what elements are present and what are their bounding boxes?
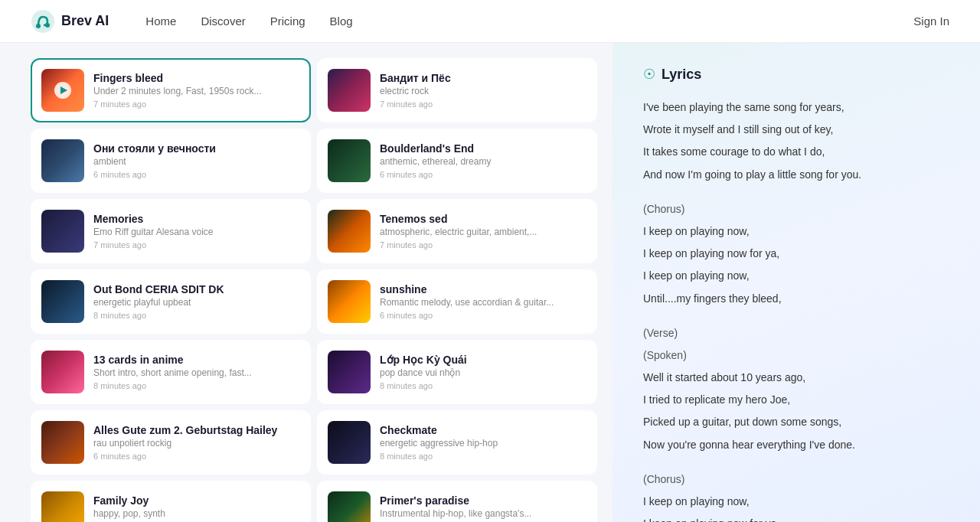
song-info: Fingers bleed Under 2 minutes long, Fast… [93, 72, 300, 109]
song-info: Family Joy happy, pop, synth 7 minutes a… [93, 494, 300, 522]
song-info: Они стояли у вечности ambient 6 minutes … [93, 142, 300, 179]
logo-text: Brev AI [61, 13, 109, 29]
song-thumb [328, 351, 371, 393]
song-desc: pop dance vui nhộn [380, 367, 586, 378]
lyrics-icon: ☉ [643, 66, 655, 83]
song-title: Out Bond CERIA SDIT DK [93, 283, 300, 295]
song-title: Lớp Học Kỳ Quái [380, 354, 586, 366]
song-desc: Emo Riff guitar Alesana voice [93, 227, 300, 237]
signin-button[interactable]: Sign In [913, 15, 949, 28]
song-thumb [41, 210, 84, 253]
song-info: sunshine Romantic melody, use accordian … [380, 283, 586, 320]
lyrics-line: And now I'm going to play a little song … [643, 165, 949, 184]
song-time: 7 minutes ago [380, 240, 586, 250]
song-desc: anthemic, ethereal, dreamy [380, 156, 586, 167]
song-info: Boulderland's End anthemic, ethereal, dr… [380, 142, 586, 179]
navbar: Brev AI Home Discover Pricing Blog Sign … [0, 0, 980, 43]
play-overlay [54, 82, 71, 99]
song-thumb [41, 280, 84, 323]
song-title: 13 cards in anime [93, 354, 300, 366]
song-desc: rau unpoliert rockig [93, 438, 300, 449]
song-title: Boulderland's End [380, 142, 586, 155]
lyrics-line: Wrote it myself and I still sing out of … [643, 120, 949, 139]
lyrics-line: I keep on playing now, [643, 492, 949, 511]
song-desc: energetic playful upbeat [93, 297, 300, 308]
nav-pricing[interactable]: Pricing [270, 15, 305, 28]
song-info: Бандит и Пёс electric rock 7 minutes ago [380, 72, 586, 109]
song-card-checkmate[interactable]: Checkmate energetic aggressive hip-hop 8… [317, 410, 597, 475]
song-card-cards[interactable]: 13 cards in anime Short intro, short ani… [31, 340, 311, 404]
lyrics-label: (Chorus) [643, 470, 949, 489]
song-time: 7 minutes ago [93, 240, 300, 250]
lyrics-line: I keep on playing now, [643, 222, 949, 241]
song-time: 6 minutes ago [380, 311, 586, 320]
main-content: Fingers bleed Under 2 minutes long, Fast… [0, 43, 980, 522]
song-title: Alles Gute zum 2. Geburtstag Hailey [93, 424, 300, 436]
play-icon [60, 86, 67, 94]
song-thumb [328, 491, 371, 522]
song-card-fingers-bleed[interactable]: Fingers bleed Under 2 minutes long, Fast… [31, 58, 311, 122]
nav-blog[interactable]: Blog [330, 15, 353, 28]
lyrics-line: Now you're gonna hear everything I've do… [643, 436, 949, 455]
song-card-oni[interactable]: Они стояли у вечности ambient 6 minutes … [31, 129, 311, 193]
song-card-tenemos[interactable]: Tenemos sed atmospheric, electric guitar… [317, 199, 597, 263]
lyrics-line: I keep on playing now, [643, 266, 949, 285]
lyrics-panel: ☉ Lyrics I've been playing the same song… [612, 43, 980, 522]
song-time: 8 minutes ago [93, 381, 300, 390]
song-card-boulder[interactable]: Boulderland's End anthemic, ethereal, dr… [317, 129, 597, 193]
song-title: Checkmate [380, 424, 586, 436]
lyrics-label: (Verse) [643, 324, 949, 343]
song-desc: Romantic melody, use accordian & guitar.… [380, 297, 586, 308]
svg-point-2 [45, 23, 50, 28]
song-title: Бандит и Пёс [380, 72, 586, 84]
lyrics-label: (Spoken) [643, 346, 949, 365]
nav-home[interactable]: Home [145, 15, 176, 28]
lyrics-title: Lyrics [662, 67, 701, 83]
logo-icon [31, 9, 55, 34]
lyrics-header: ☉ Lyrics [643, 66, 949, 83]
song-time: 8 minutes ago [380, 452, 586, 461]
song-desc: energetic aggressive hip-hop [380, 438, 586, 449]
lyrics-line: I keep on playing now for ya, [643, 514, 949, 522]
lyrics-line: I've been playing the same song for year… [643, 98, 949, 117]
song-time: 6 minutes ago [93, 170, 300, 179]
lyrics-line: Picked up a guitar, put down some songs, [643, 413, 949, 432]
song-card-alles[interactable]: Alles Gute zum 2. Geburtstag Hailey rau … [31, 410, 311, 475]
song-card-primer[interactable]: Primer's paradise Instrumental hip-hop, … [317, 481, 597, 522]
lyrics-line: Well it started about 10 years ago, [643, 368, 949, 387]
song-time: 6 minutes ago [380, 170, 586, 179]
song-title: Они стояли у вечности [93, 142, 300, 155]
song-card-family[interactable]: Family Joy happy, pop, synth 7 minutes a… [31, 481, 311, 522]
song-desc: atmospheric, electric guitar, ambient,..… [380, 227, 586, 237]
svg-point-1 [36, 24, 41, 28]
song-desc: happy, pop, synth [93, 508, 300, 519]
song-card-outbond[interactable]: Out Bond CERIA SDIT DK energetic playful… [31, 269, 311, 334]
song-info: Tenemos sed atmospheric, electric guitar… [380, 213, 586, 250]
song-thumb [328, 210, 371, 253]
song-info: Lớp Học Kỳ Quái pop dance vui nhộn 8 min… [380, 354, 586, 390]
song-info: Out Bond CERIA SDIT DK energetic playful… [93, 283, 300, 320]
song-thumb [328, 69, 371, 112]
song-card-bandit[interactable]: Бандит и Пёс electric rock 7 minutes ago [317, 58, 597, 122]
song-desc: electric rock [380, 86, 586, 96]
song-thumb [328, 421, 371, 464]
song-card-lop[interactable]: Lớp Học Kỳ Quái pop dance vui nhộn 8 min… [317, 340, 597, 404]
song-title: Fingers bleed [93, 72, 300, 84]
logo[interactable]: Brev AI [31, 9, 109, 34]
song-thumb [41, 491, 84, 522]
song-thumb [41, 139, 84, 182]
song-title: Tenemos sed [380, 213, 586, 225]
song-thumb [41, 351, 84, 393]
song-thumb [328, 280, 371, 323]
song-time: 8 minutes ago [380, 381, 586, 390]
song-desc: Instrumental hip-hop, like gangsta's... [380, 508, 586, 519]
song-desc: Short intro, short anime opening, fast..… [93, 367, 300, 378]
song-thumb [41, 421, 84, 464]
song-title: Primer's paradise [380, 494, 586, 507]
song-title: Memories [93, 213, 300, 225]
song-card-memories[interactable]: Memories Emo Riff guitar Alesana voice 7… [31, 199, 311, 263]
nav-discover[interactable]: Discover [201, 15, 245, 28]
song-info: Alles Gute zum 2. Geburtstag Hailey rau … [93, 424, 300, 461]
song-time: 6 minutes ago [93, 452, 300, 461]
song-card-sunshine[interactable]: sunshine Romantic melody, use accordian … [317, 269, 597, 334]
